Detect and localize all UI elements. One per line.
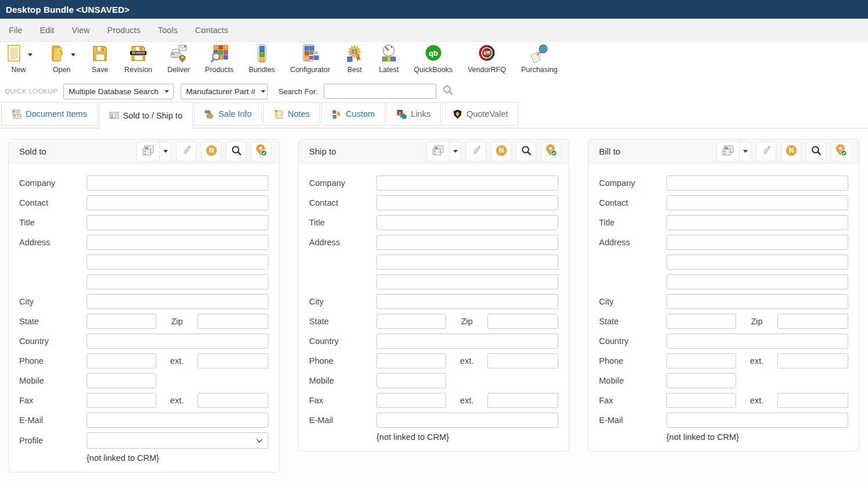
company-input[interactable]: [376, 176, 558, 191]
open-dropdown-arrow[interactable]: [71, 53, 76, 56]
phone-input[interactable]: [87, 353, 156, 368]
database-select[interactable]: Multiple Database Search: [63, 84, 174, 99]
tab-sale-info[interactable]: Sale Info: [194, 102, 262, 126]
phone-ext-input[interactable]: [487, 353, 558, 368]
phone-ext-input[interactable]: [198, 353, 268, 368]
phone-input[interactable]: [666, 353, 736, 368]
contact-input[interactable]: [87, 195, 268, 210]
fax-ext-input[interactable]: [198, 393, 268, 408]
zip-input[interactable]: [487, 314, 558, 329]
mobile-input[interactable]: [666, 373, 736, 388]
crm-link-button[interactable]: N: [491, 141, 511, 162]
fax-ext-input[interactable]: [487, 393, 558, 408]
zip-input[interactable]: [198, 314, 268, 329]
contact-lookup-button[interactable]: [137, 142, 159, 161]
zip-input[interactable]: [777, 314, 848, 329]
toolbar-new-button[interactable]: New: [5, 44, 33, 74]
email-input[interactable]: [666, 413, 848, 428]
contact-lookup-dropdown[interactable]: [159, 142, 171, 161]
address3-input[interactable]: [87, 274, 268, 289]
phone-input[interactable]: [376, 353, 446, 368]
mobile-input[interactable]: [87, 373, 156, 388]
company-input[interactable]: [666, 176, 848, 191]
fax-ext-input[interactable]: [777, 393, 848, 408]
search-contact-button[interactable]: [516, 141, 536, 162]
tab-document-items[interactable]: Document Items: [1, 102, 98, 126]
clear-fields-button[interactable]: [176, 141, 196, 162]
clear-fields-button[interactable]: [466, 141, 486, 162]
menu-tools[interactable]: Tools: [149, 22, 186, 38]
email-input[interactable]: [376, 413, 558, 428]
fax-input[interactable]: [666, 393, 736, 408]
window-title-bar: Desktop Bundle <UNSAVED>: [0, 0, 868, 19]
crm-link-button[interactable]: N: [781, 141, 801, 162]
toolbar-best-button[interactable]: #1 Best: [345, 44, 364, 74]
tab-custom[interactable]: Custom: [321, 102, 385, 126]
search-field-select[interactable]: Manufacturer Part #: [181, 84, 268, 99]
contact-input[interactable]: [666, 195, 848, 210]
toolbar-bundles-button[interactable]: Bundles: [249, 44, 275, 74]
title-input[interactable]: [87, 215, 268, 230]
country-input[interactable]: [666, 334, 848, 349]
country-input[interactable]: [376, 334, 558, 349]
address2-input[interactable]: [666, 255, 848, 270]
menu-contacts[interactable]: Contacts: [186, 22, 237, 38]
search-contact-button[interactable]: [226, 141, 246, 162]
address1-input[interactable]: [666, 235, 848, 250]
toolbar-quickbooks-button[interactable]: qb QuickBooks: [414, 44, 453, 74]
tab-quotevalet[interactable]: QuoteValet: [442, 102, 518, 126]
city-input[interactable]: [376, 294, 558, 309]
city-input[interactable]: [87, 294, 268, 309]
address3-input[interactable]: [666, 274, 848, 289]
profile-select[interactable]: [87, 432, 268, 449]
menu-products[interactable]: Products: [99, 22, 149, 38]
map-address-button[interactable]: [251, 141, 271, 162]
city-input[interactable]: [666, 294, 848, 309]
toolbar-products-button[interactable]: Products: [205, 44, 234, 74]
toolbar-save-button[interactable]: Save: [91, 44, 109, 74]
toolbar-purchasing-button[interactable]: Purchasing: [521, 44, 558, 74]
tab-notes[interactable]: Notes: [263, 102, 320, 126]
address1-input[interactable]: [87, 235, 268, 250]
contact-lookup-dropdown[interactable]: [449, 142, 461, 161]
address2-input[interactable]: [87, 255, 268, 270]
fax-input[interactable]: [376, 393, 446, 408]
company-input[interactable]: [87, 176, 268, 191]
state-input[interactable]: [376, 314, 446, 329]
contact-input[interactable]: [376, 195, 558, 210]
toolbar-vendorrfq-button[interactable]: VR VendorRFQ: [468, 44, 506, 74]
toolbar-revision-button[interactable]: REVISION Revision: [124, 44, 152, 74]
new-dropdown-arrow[interactable]: [28, 53, 33, 56]
country-input[interactable]: [87, 334, 268, 349]
state-input[interactable]: [666, 314, 736, 329]
tab-links[interactable]: a Links: [386, 102, 441, 126]
search-input[interactable]: [324, 84, 436, 99]
address3-input[interactable]: [376, 274, 558, 289]
menu-view[interactable]: View: [63, 22, 98, 38]
map-address-button[interactable]: [541, 141, 561, 162]
toolbar-deliver-button[interactable]: Deliver: [167, 44, 190, 74]
title-input[interactable]: [376, 215, 558, 230]
mobile-input[interactable]: [376, 373, 446, 388]
contact-lookup-dropdown[interactable]: [739, 142, 751, 161]
menu-file[interactable]: File: [0, 22, 31, 38]
contact-lookup-button[interactable]: [427, 142, 449, 161]
contact-lookup-button[interactable]: [717, 142, 739, 161]
map-address-button[interactable]: [831, 141, 851, 162]
search-contact-button[interactable]: [806, 141, 826, 162]
fax-input[interactable]: [87, 393, 156, 408]
address2-input[interactable]: [376, 255, 558, 270]
quick-lookup-search-button[interactable]: [442, 84, 454, 98]
address1-input[interactable]: [376, 235, 558, 250]
crm-link-button[interactable]: N: [201, 141, 221, 162]
toolbar-latest-button[interactable]: Latest: [379, 44, 399, 74]
tab-sold-to-ship-to[interactable]: Sold to / Ship to: [99, 102, 193, 128]
phone-ext-input[interactable]: [777, 353, 848, 368]
title-input[interactable]: [666, 215, 848, 230]
clear-fields-button[interactable]: [756, 141, 776, 162]
toolbar-open-button[interactable]: Open: [48, 44, 76, 74]
toolbar-configurator-button[interactable]: Configurator: [290, 44, 330, 74]
state-input[interactable]: [87, 314, 156, 329]
email-input[interactable]: [87, 413, 268, 428]
menu-edit[interactable]: Edit: [31, 22, 63, 38]
